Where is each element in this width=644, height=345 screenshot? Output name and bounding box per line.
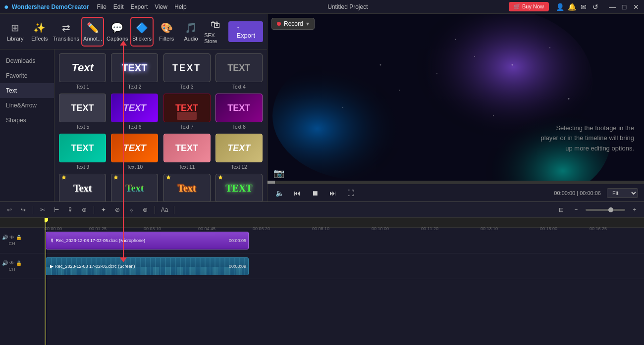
menu-help[interactable]: Help [174,3,187,10]
ruler-spacer [0,218,44,228]
toolbar-captions[interactable]: 💬 Captions [106,17,128,47]
text-label-6: Text 6 [128,124,142,130]
fit-select[interactable]: Fit 100% 75% 50% [607,188,638,198]
zoom-handle[interactable] [608,207,613,212]
menu-file[interactable]: File [97,3,107,10]
volume-button[interactable]: 🔈 [273,187,285,199]
track1-lock-icon[interactable]: 🔒 [16,235,22,240]
buy-now-button[interactable]: 🛒 Buy Now [509,2,549,11]
text-label-4: Text 4 [232,84,246,90]
toolbar-audio[interactable]: 🎵 Audio [180,17,202,47]
menu-export[interactable]: Export [131,3,148,10]
text-item-11[interactable]: TEXT Text 11 [163,134,211,170]
close-button[interactable]: ✕ [632,3,640,11]
toolbar-sfx-label: SFX Store [204,32,226,44]
text-label-12: Text 12 [231,164,247,170]
video-track[interactable]: ▶ Rec_2023-12-08 17-02-05.dcrc (Screen) … [46,257,249,275]
art-text-item-1[interactable]: ⭐ Text Art Text (White Gra... [58,174,107,201]
account-icon[interactable]: 👤 [556,3,564,11]
toolbar-library[interactable]: ⊞ Library [4,17,26,47]
crop-button[interactable]: ⊢ [51,204,62,215]
maximize-button[interactable]: □ [620,3,628,11]
text-item-1[interactable]: Text Text 1 [58,53,107,90]
message-icon[interactable]: ✉ [580,3,588,11]
subnav-text[interactable]: Text [0,83,54,98]
grid-view-button[interactable]: ⊟ [556,204,567,215]
motion-button[interactable]: ✦ [98,204,109,215]
screenshot-icon[interactable]: 📷 [273,168,284,179]
text-item-12[interactable]: TEXT Text 12 [215,134,263,170]
text-item-5[interactable]: TEXT Text 5 [58,94,107,130]
track2-volume-icon[interactable]: 🔊 [2,260,8,266]
track1-eye-icon[interactable]: 👁 [9,235,14,240]
text-grid-area: Text Text 1 TEXT Text 2 TEXT [54,49,267,201]
text-item-6[interactable]: TEXT Text 6 [110,94,159,130]
time-current: 00:00:00 [554,190,575,196]
text-item-10[interactable]: TEXT Text 10 [110,134,159,170]
delete-button[interactable]: ⊘ [112,204,123,215]
svg-point-10 [342,107,343,108]
text-preview-3: TEXT [163,53,211,82]
snap-button[interactable]: ⊛ [140,204,151,215]
svg-point-6 [436,73,437,74]
toolbar-sep-2 [94,206,94,214]
toolbar-stickers[interactable]: 🔷 Stickers [130,17,153,47]
track1-volume-icon[interactable]: 🔊 [2,235,8,240]
export-button[interactable]: ↑ Export [228,21,263,42]
zoom-in-button[interactable]: ＋ [629,204,640,215]
text-item-7[interactable]: TEXT Text 7 [163,94,211,130]
add-button[interactable]: ⊕ [79,204,90,215]
subnav-shapes[interactable]: Shapes [0,113,54,128]
fullscreen-button[interactable]: ⛶ [345,187,357,199]
art-text-item-3[interactable]: ⭐ Text Art Text (Multilayer) [163,174,211,201]
app-logo: ● Wondershare DemoCreator [4,2,89,11]
toolbar: ⊞ Library ✨ Effects ⇄ Transitions ✏️ Ann… [0,14,267,49]
zoom-out-button[interactable]: － [571,204,582,215]
text-item-2[interactable]: TEXT Text 2 [110,53,159,90]
art-text-item-4[interactable]: ⭐ TEXT Art Text (Shiny Gre... [215,174,263,201]
undo-button[interactable]: ↩ [4,204,15,215]
subnav-downloads[interactable]: Downloads [0,53,54,68]
text-item-4[interactable]: TEXT Text 4 [215,53,263,90]
text-item-9[interactable]: TEXT Text 9 [58,134,107,170]
text-overlay-button[interactable]: Aa [159,204,170,215]
text-item-3[interactable]: TEXT Text 3 [163,53,211,90]
minimize-button[interactable]: — [608,3,616,11]
track2-lock-icon[interactable]: 🔒 [16,260,22,266]
toolbar-filters[interactable]: 🎨 Filters [156,17,178,47]
play-back-button[interactable]: ⏮ [291,187,303,199]
menu-view[interactable]: View [155,3,167,10]
tracks-area: 00:00:00 00:01:25 00:03:10 00:04:45 00:0… [45,218,644,345]
subnav-line-arrow[interactable]: Line&Arrow [0,98,54,113]
text-item-8[interactable]: TEXT Text 8 [215,94,263,130]
play-forward-button[interactable]: ⏭ [327,187,339,199]
stop-button[interactable]: ⏹ [309,187,321,199]
text-preview-8: TEXT [215,94,263,122]
no-selection-hint: Selecting the footage in the player or i… [540,123,634,154]
redo-button[interactable]: ↪ [18,204,29,215]
toolbar-sfx[interactable]: 🛍 SFX Store [204,17,226,47]
record-voice-button[interactable]: 🎙 [65,204,76,215]
text-label-5: Text 5 [76,124,89,130]
track2-eye-icon[interactable]: 👁 [9,260,14,266]
progress-bar[interactable] [268,181,644,184]
audio-track[interactable]: 🎙 Rec_2023-12-08 17-02-05.dcrc (Micropho… [46,232,249,249]
zoom-slider[interactable] [586,209,625,211]
subnav-favorite[interactable]: Favorite [0,68,54,83]
hint-line2: player or in the timeline will bring [540,134,634,142]
split-button[interactable]: ✂ [37,204,48,215]
notification-icon[interactable]: 🔔 [568,3,576,11]
toolbar-effects[interactable]: ✨ Effects [28,17,51,47]
text-preview-7: TEXT [163,94,211,122]
menu-edit[interactable]: Edit [113,3,124,10]
toolbar-transitions[interactable]: ⇄ Transitions [53,17,79,47]
preview-artwork [268,14,644,184]
text-label-9: Text 9 [76,164,89,170]
svg-point-5 [512,64,513,65]
art-text-item-2[interactable]: ⭐ Text Art Text (Gradient ... [110,174,159,201]
refresh-icon[interactable]: ↺ [591,3,599,11]
toolbar-annotations[interactable]: ✏️ Annot... [81,17,104,47]
hint-line3: up more editing options. [565,145,634,152]
record-button[interactable]: Record ▾ [271,18,315,30]
marker-button[interactable]: ⎀ [126,204,137,215]
